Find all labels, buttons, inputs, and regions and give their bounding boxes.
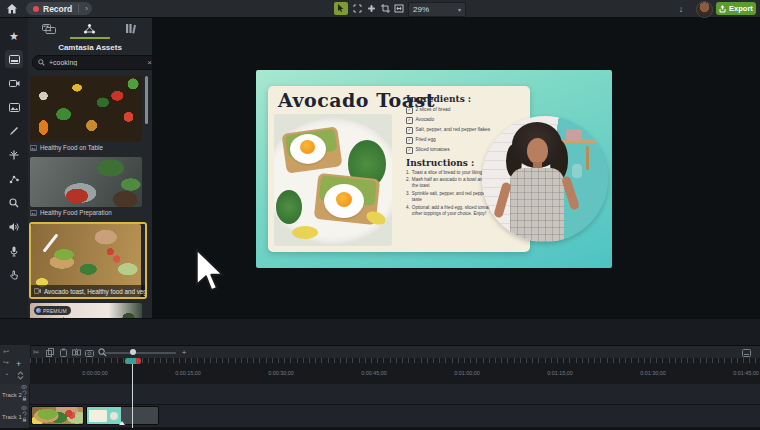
media-icon [9,55,20,64]
canvas-area: Avocado Toast Ingredients : [152,18,760,318]
camtasia-window: Record › 29% ▾ ↓ Export ★ [0,0,760,430]
playhead-line[interactable] [132,358,133,428]
canvas-zoom-value: 29% [413,5,429,14]
cursor-icon [337,4,345,13]
ruler-label: 0:01:00;00 [454,370,479,376]
sidebar-item-transitions[interactable] [5,146,23,164]
selected-tab-underline [70,37,110,39]
search-bar[interactable]: × [32,55,158,70]
eye-icon[interactable] [21,385,27,389]
sidebar-item-behaviors[interactable] [5,170,23,188]
sidebar-item-library[interactable] [5,74,23,92]
timeline-zoom-slider[interactable] [104,352,176,354]
asset-item-healthy-food-table[interactable]: Healthy Food on Table [30,76,142,153]
crop-tool-button[interactable] [378,2,392,15]
clip-avocado-video[interactable] [31,406,84,425]
sidebar-item-audio-effects[interactable] [5,218,23,236]
track-name: Track 2 [2,392,22,398]
checkbox-icon: ✓ [406,147,413,154]
ruler-label: 0:00:45;00 [361,370,386,376]
ruler-label: 0:00:00;00 [82,370,107,376]
ruler-label: 0:00:30;00 [268,370,293,376]
transitions-icon [9,150,19,160]
premium-orb-icon [36,308,41,313]
tab-camtasia-assets[interactable] [69,18,110,39]
asset-label: Avocado toast, Healthy food and vegetari… [44,288,145,295]
zoom-tool-button[interactable] [364,2,378,15]
playhead-out-handle[interactable] [136,358,141,364]
ingredients-heading: Ingredients : [406,94,518,104]
premium-label: PREMIUM [43,308,67,314]
add-track-button[interactable]: + [16,359,21,369]
asset-label: Healthy Food Preparation [40,209,112,216]
export-label: Export [729,4,753,13]
lock-icon[interactable] [22,396,27,401]
home-icon[interactable] [6,3,18,15]
history-forward-icon[interactable]: ↪ [3,359,9,367]
library-icon [125,23,136,34]
playback-bar: ◀ ▶ ▶ ‹ › 00 : 00 : 00 ; 00 / 00 : 00 : … [0,318,760,346]
sidebar-item-voice-narration[interactable] [5,242,23,260]
image-type-icon [30,210,37,216]
tab-library[interactable] [110,18,151,39]
speaker-icon [9,222,20,232]
eye-icon[interactable] [21,406,27,410]
playhead-handle[interactable] [125,358,141,364]
tab-media-bin[interactable] [28,18,69,39]
media-marker[interactable] [119,421,125,425]
asset-thumbnail [30,157,142,207]
record-dot-icon [33,6,39,12]
preview-slide[interactable]: Avocado Toast Ingredients : [256,70,612,268]
pan-tool-button[interactable] [350,2,364,15]
playhead-in-handle[interactable] [125,358,136,364]
tools-rail: ★ [0,18,29,345]
search-icon [38,59,45,66]
cursor-tool-button[interactable] [334,2,348,15]
fit-canvas-button[interactable] [392,2,406,15]
asset-item-food-preparation[interactable]: Healthy Food Preparation [30,157,142,218]
track-1: Track 1 [0,405,760,428]
camera-icon [9,79,20,88]
asset-item-avocado-toast-selected[interactable]: Avocado toast, Healthy food and vegetari… [29,222,147,299]
top-bar: Record › 29% ▾ ↓ Export [0,0,760,18]
lock-icon[interactable] [22,417,27,422]
media-bin-icon [42,24,56,34]
checkbox-icon: ✓ [406,127,413,134]
sidebar-item-cursor-effects[interactable] [5,194,23,212]
share-up-icon [719,5,726,13]
ruler-label: 0:01:15;00 [547,370,572,376]
track-2: Track 2 [0,384,760,405]
track-2-lane[interactable] [30,384,760,405]
canvas-zoom-select[interactable]: 29% ▾ [408,2,466,17]
sidebar-item-gestures[interactable] [5,266,23,284]
record-chevron-icon[interactable]: › [85,4,88,13]
sidebar-item-favorites[interactable]: ★ [5,27,23,45]
loop-icon[interactable] [22,411,27,416]
avocado-toast-photo [274,114,392,246]
assets-icon [83,23,96,35]
search-input[interactable] [49,59,143,66]
timeline-zoom-handle[interactable] [130,349,136,355]
checkbox-icon: ✓ [406,137,413,144]
checkbox-icon: ✓ [406,107,413,114]
collapse-tracks-icon[interactable] [17,371,24,380]
sidebar-item-media[interactable] [5,50,23,68]
track-1-lane[interactable] [30,405,760,428]
history-back-icon[interactable]: ↩ [3,348,9,356]
avatar[interactable] [696,1,713,18]
panel-scrollbar[interactable] [145,76,148,124]
record-button[interactable]: Record › [26,2,92,15]
caret-down-icon: ▾ [458,6,461,13]
sidebar-item-images[interactable] [5,98,23,116]
assets-panel: Camtasia Assets × Healthy Food on Table … [28,18,153,345]
download-icon[interactable]: ↓ [674,2,688,15]
premium-badge: PREMIUM [34,306,71,315]
asset-label: Healthy Food on Table [40,144,103,151]
gesture-icon [9,270,19,280]
loop-icon[interactable] [22,390,27,395]
ruler-label: 0:01:30;00 [640,370,665,376]
mouse-cursor [193,248,225,294]
export-button[interactable]: Export [716,2,756,15]
sidebar-item-annotations[interactable] [5,122,23,140]
chef-circle-photo [482,116,608,242]
